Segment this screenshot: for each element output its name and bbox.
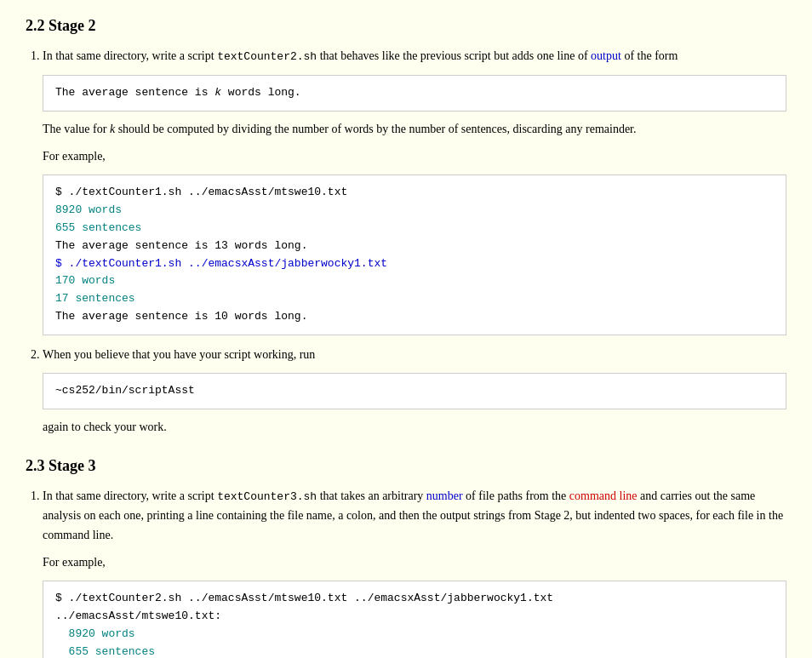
k-italic: k [110, 123, 115, 135]
code-line-2: 8920 words [55, 202, 774, 220]
inline-code-textcounter3: textCounter3.sh [217, 490, 317, 503]
code-block-2-2-1: $ ./textCounter1.sh ../emacsAsst/mtswe10… [43, 175, 786, 335]
section-2-2: 2.2 Stage 2 In that same directory, writ… [26, 17, 786, 437]
list-item-2-2-2: When you believe that you have your scri… [43, 346, 786, 438]
code-line-1: $ ./textCounter1.sh ../emacsAsst/mtswe10… [55, 184, 774, 202]
code-2-3-line-4: 655 sentences [55, 644, 774, 658]
code-2-3-line-1: $ ./textCounter2.sh ../emacsAsst/mtswe10… [55, 590, 774, 608]
formula-text: The average sentence is k words long. [55, 86, 301, 99]
item-2-2-2-text: When you believe that you have your scri… [43, 348, 315, 361]
item-2-3-1-text: In that same directory, write a script t… [43, 489, 783, 541]
code-line-6: 170 words [55, 272, 774, 290]
again-text: again to check your work. [43, 418, 786, 437]
script-asst-command: ~cs252/bin/scriptAsst [55, 384, 195, 397]
code-block-2-3-1: $ ./textCounter2.sh ../emacsAsst/mtswe10… [43, 581, 786, 658]
code-line-3: 655 sentences [55, 220, 774, 237]
item-2-2-1-text: In that same directory, write a script t… [43, 49, 678, 62]
for-example-1: For example, [43, 147, 786, 166]
code-2-3-line-3: 8920 words [55, 626, 774, 644]
value-description: The value for k should be computed by di… [43, 120, 786, 139]
code-line-4: The average sentence is 13 words long. [55, 237, 774, 255]
code-block-script-asst: ~cs252/bin/scriptAsst [43, 373, 786, 409]
for-example-2: For example, [43, 553, 786, 572]
number-word: number [426, 489, 463, 502]
list-item-2-3-1: In that same directory, write a script t… [43, 487, 786, 658]
section-2-2-heading: 2.2 Stage 2 [26, 17, 786, 35]
list-item-2-2-1: In that same directory, write a script t… [43, 47, 786, 335]
output-word: output [591, 49, 621, 62]
section-2-3-heading: 2.3 Stage 3 [26, 457, 786, 475]
code-line-5: $ ./textCounter1.sh ../emacsxAsst/jabber… [55, 255, 774, 273]
code-line-8: The average sentence is 10 words long. [55, 308, 774, 326]
inline-code-textcounter2: textCounter2.sh [217, 50, 317, 63]
formula-k: k [214, 86, 221, 99]
section-2-3: 2.3 Stage 3 In that same directory, writ… [26, 457, 786, 658]
formula-block: The average sentence is k words long. [43, 75, 786, 112]
command-line-phrase: command line [569, 489, 638, 502]
code-2-3-line-2: ../emacsAsst/mtswe10.txt: [55, 608, 774, 626]
code-line-7: 17 sentences [55, 290, 774, 308]
